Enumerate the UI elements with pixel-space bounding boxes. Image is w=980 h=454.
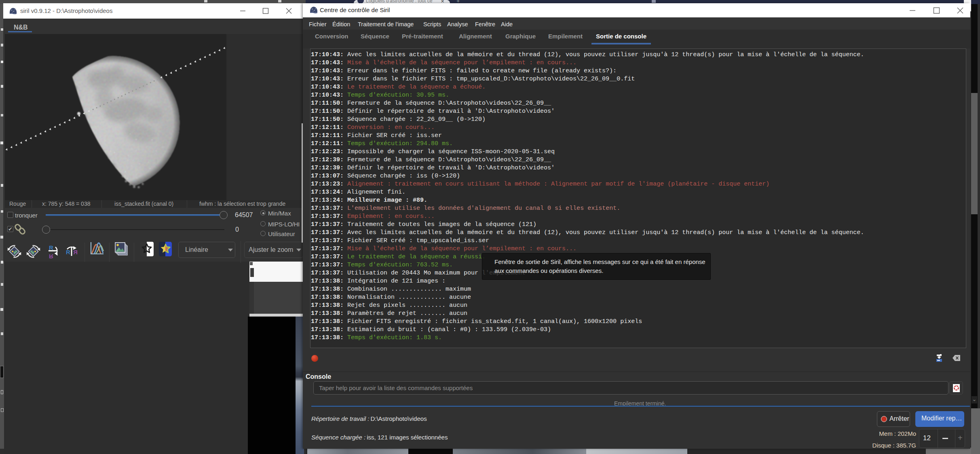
svg-text:R: R [49,244,53,251]
svg-text:R: R [66,249,70,256]
svg-text:R: R [49,253,53,260]
svg-text:R: R [73,249,78,256]
